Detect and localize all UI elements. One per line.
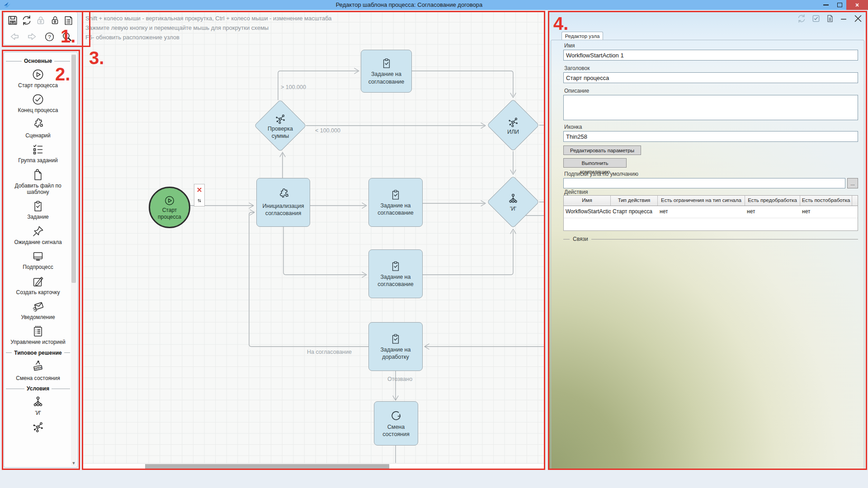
toolbar-row-1 — [4, 14, 77, 27]
node-task-approval-bottom[interactable]: Задание на согласование — [368, 249, 423, 298]
palette-item-script[interactable]: Сценарий — [4, 118, 72, 139]
palette-list: Основные Старт процесса Конец процесса С… — [4, 55, 72, 438]
panel-close-icon[interactable] — [853, 13, 863, 24]
lock-button[interactable] — [34, 14, 47, 27]
swap-arrows-icon[interactable] — [196, 197, 203, 204]
palette-item-and[interactable]: 'И' — [4, 395, 72, 416]
envelope-icon — [31, 300, 45, 313]
document-icon[interactable] — [826, 14, 835, 23]
palette-item-history[interactable]: Управление историей — [4, 324, 72, 345]
delete-node-icon[interactable] — [196, 187, 203, 193]
or-scatter-icon — [31, 420, 45, 434]
node-start[interactable]: Старт процесса — [149, 187, 190, 228]
node-and[interactable]: 'И' — [487, 176, 539, 228]
palette-item-state-change[interactable]: OPEN Смена состояния — [4, 360, 72, 381]
icon-input[interactable] — [563, 131, 858, 142]
cell-postprocessing: нет — [800, 206, 852, 218]
palette-item-notification[interactable]: Уведомление — [4, 300, 72, 320]
diagram-canvas[interactable]: Shift + колесо мыши - вертикальная прокр… — [82, 11, 545, 470]
palette-section-basics: Основные — [6, 58, 70, 64]
palette-item-task-group[interactable]: Группа заданий — [4, 143, 72, 164]
edge-rework-to-state — [393, 371, 398, 400]
panel-minimize-icon[interactable] — [840, 14, 848, 23]
palette-scrollbar[interactable]: ▼ — [71, 53, 76, 466]
save-button[interactable] — [6, 14, 19, 27]
restore-icon — [837, 3, 842, 7]
actions-table: Имя Тип действия Есть ограничения на тип… — [563, 195, 858, 231]
puzzle-icon — [31, 118, 45, 131]
name-input[interactable] — [563, 50, 858, 61]
subscriptions-input[interactable] — [563, 178, 845, 188]
palette-item-label: Конец процесса — [4, 107, 72, 113]
edge-label-revoked: Отозвано — [387, 376, 412, 382]
header-input[interactable] — [563, 72, 858, 83]
links-label: Связи — [573, 236, 588, 242]
column-header-name[interactable]: Имя — [564, 196, 611, 206]
palette-item-or[interactable] — [4, 420, 72, 434]
column-header-postprocessing[interactable]: Есть постобработка — [800, 196, 852, 206]
back-button[interactable] — [8, 30, 21, 43]
palette-item-add-file[interactable]: Добавить файл по шаблону — [4, 168, 72, 196]
palette-item-label: Управление историей — [4, 339, 72, 345]
ellipsis-button[interactable]: ... — [847, 178, 858, 188]
app-window: { "window": { "title": "Редактор шаблона… — [0, 0, 868, 488]
palette-item-label: Добавить файл по шаблону — [4, 183, 72, 196]
palette-item-label: Старт процесса — [4, 82, 72, 89]
node-task-approval-top[interactable]: Задание на согласование — [361, 50, 412, 93]
main-toolbar: ? — [4, 12, 78, 45]
table-row[interactable]: WorkflowStartAction Старт процесса нет н… — [564, 206, 858, 218]
canvas-horizontal-scrollbar[interactable] — [83, 463, 544, 469]
palette-section-conditions: Условия — [6, 385, 70, 392]
node-list-button[interactable] — [62, 14, 75, 27]
or-scatter-icon — [274, 113, 287, 125]
titlebar[interactable]: Редактор шаблона процесса: Согласование … — [0, 0, 868, 10]
palette-item-task[interactable]: Задание — [4, 199, 72, 220]
node-state-change[interactable]: Смена состояния — [374, 401, 418, 446]
column-header-action-type[interactable]: Тип действия — [611, 196, 658, 206]
palette-scrollbar-thumb[interactable] — [71, 55, 76, 283]
scroll-down-arrow-icon[interactable]: ▼ — [71, 461, 76, 465]
restore-button[interactable] — [833, 0, 846, 10]
tab-node-editor[interactable]: Редактор узла — [561, 32, 603, 40]
node-label: Задание на согласование — [373, 202, 418, 217]
node-label: Задание на согласование — [364, 70, 409, 85]
column-header-signal-restrictions[interactable]: Есть ограничения на тип сигнала — [658, 196, 745, 206]
description-textarea[interactable] — [563, 95, 858, 120]
node-task-approval-mid[interactable]: Задание на согласование — [368, 178, 423, 227]
palette-item-start[interactable]: Старт процесса — [4, 68, 72, 89]
help-button[interactable]: ? — [43, 30, 56, 43]
edit-node-params-button[interactable]: Редактировать параметры узла — [563, 145, 641, 155]
node-or[interactable]: ИЛИ — [487, 99, 539, 151]
table-row-empty — [564, 218, 858, 230]
validate-checkbox-icon[interactable] — [811, 14, 821, 23]
links-section-header: Связи — [563, 236, 858, 242]
play-circle-icon — [31, 68, 45, 81]
palette-item-wait-signal[interactable]: Ожидание сигнала — [4, 225, 72, 245]
canvas-scrollbar-thumb[interactable] — [145, 464, 389, 469]
refresh-button[interactable] — [20, 14, 33, 27]
node-init-approval[interactable]: Инициализация согласования — [256, 178, 310, 227]
back-arrow-icon — [9, 31, 20, 42]
palette-section-typical: Типовое решение — [6, 350, 70, 356]
unlock-button[interactable] — [48, 14, 61, 27]
close-button[interactable]: × — [846, 0, 868, 10]
palette-item-end[interactable]: Конец процесса — [4, 93, 72, 113]
open-sign-icon: OPEN — [31, 360, 45, 374]
edge-or-to-and — [510, 151, 516, 174]
refresh-icon[interactable] — [797, 14, 807, 23]
palette-item-subprocess[interactable]: Подпроцесс — [4, 249, 72, 270]
minimize-button[interactable] — [819, 0, 833, 10]
compile-button[interactable]: Выполнить компиляцию — [563, 158, 627, 168]
node-check-sum[interactable]: Проверка суммы — [254, 99, 307, 152]
clipboard-check-icon — [380, 57, 393, 70]
zoom-button[interactable] — [61, 30, 73, 43]
search-icon — [61, 31, 73, 42]
subscriptions-label: Подписки узла по умолчанию — [564, 171, 638, 177]
column-header-preprocessing[interactable]: Есть предобработка — [745, 196, 800, 206]
column-header-filler — [852, 196, 858, 206]
palette-item-create-card[interactable]: Создать карточку — [4, 275, 72, 296]
node-task-rework[interactable]: Задание на доработку — [368, 322, 423, 371]
node-label: Задание на доработку — [373, 346, 418, 361]
task-group-icon — [31, 143, 45, 156]
forward-button[interactable] — [26, 30, 38, 43]
